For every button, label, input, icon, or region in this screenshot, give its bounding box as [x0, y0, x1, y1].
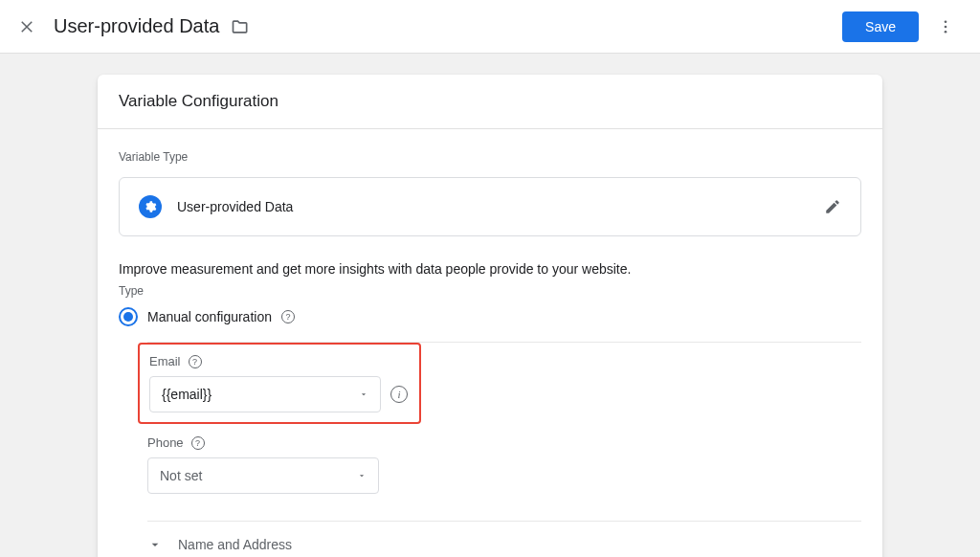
email-select[interactable]: {{email}}	[149, 376, 381, 412]
email-value: {{email}}	[162, 387, 212, 402]
phone-select[interactable]: Not set	[147, 457, 379, 494]
variable-config-card: Variable Configuration Variable Type Use…	[98, 75, 882, 557]
type-label: Type	[119, 284, 861, 298]
description-text: Improve measurement and get more insight…	[119, 261, 861, 277]
gear-icon	[139, 195, 162, 218]
top-bar: User-provided Data Save	[0, 0, 980, 54]
folder-icon[interactable]	[231, 17, 250, 36]
name-address-label: Name and Address	[178, 537, 292, 552]
help-icon[interactable]: ?	[281, 310, 295, 323]
page-title: User-provided Data	[54, 15, 219, 37]
svg-point-0	[945, 20, 947, 23]
info-icon[interactable]: i	[390, 386, 408, 403]
edit-icon	[824, 198, 841, 215]
email-field-label: Email	[149, 354, 181, 368]
help-icon[interactable]: ?	[191, 436, 205, 450]
more-options-button[interactable]	[926, 8, 965, 46]
phone-value: Not set	[160, 468, 202, 483]
manual-configuration-radio[interactable]: Manual configuration ?	[119, 307, 861, 326]
chevron-down-icon	[147, 537, 163, 552]
email-field-highlight: Email ? {{email}} i	[138, 343, 421, 424]
variable-type-label: Variable Type	[119, 150, 861, 164]
chevron-down-icon	[357, 471, 367, 480]
help-icon[interactable]: ?	[189, 355, 202, 368]
more-vertical-icon	[937, 18, 954, 35]
svg-point-2	[945, 30, 947, 33]
name-address-toggle[interactable]: Name and Address	[147, 537, 861, 557]
close-button[interactable]	[15, 15, 38, 38]
divider	[147, 521, 861, 522]
svg-point-1	[945, 25, 947, 28]
chevron-down-icon	[359, 390, 368, 399]
save-button[interactable]: Save	[842, 11, 919, 42]
phone-field-label: Phone	[147, 435, 184, 450]
variable-type-selector[interactable]: User-provided Data	[119, 177, 861, 236]
radio-button-selected-icon	[119, 307, 138, 326]
variable-type-name: User-provided Data	[177, 199, 809, 214]
close-icon	[18, 18, 35, 35]
card-header: Variable Configuration	[98, 75, 882, 129]
radio-label: Manual configuration	[147, 309, 272, 324]
